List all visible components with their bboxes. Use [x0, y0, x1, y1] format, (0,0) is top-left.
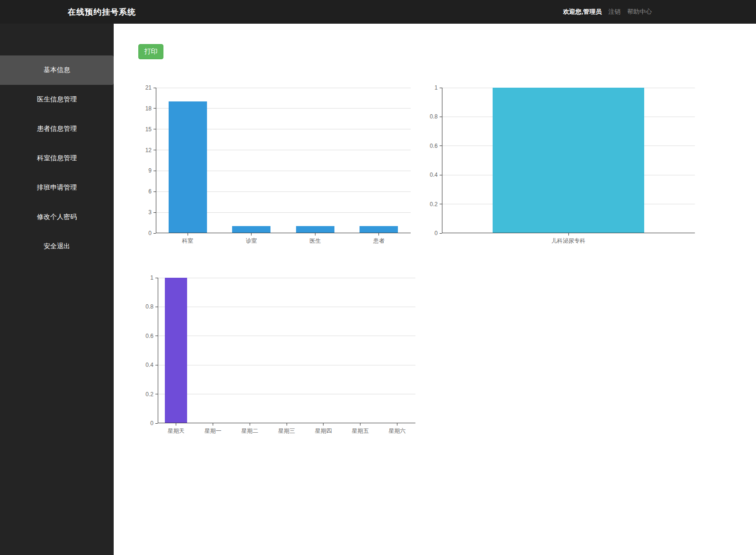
bar-科室 [169, 101, 207, 233]
y-axis-label: 1 [150, 274, 153, 281]
bar-星期天 [165, 278, 187, 423]
x-axis-line [158, 423, 415, 423]
help-center-link[interactable]: 帮助中心 [627, 8, 652, 16]
bar-诊室 [232, 226, 270, 233]
x-axis-tick [188, 233, 188, 236]
x-axis-tick [250, 423, 250, 426]
x-axis-tick [176, 423, 176, 426]
sidebar-item-6[interactable]: 安全退出 [0, 232, 114, 261]
x-axis-label: 星期三 [278, 427, 295, 435]
y-axis-line [158, 278, 158, 423]
y-axis-label: 0.2 [145, 391, 153, 398]
x-axis-label: 星期天 [168, 427, 185, 435]
y-axis-label: 0.6 [430, 143, 438, 149]
gridline [158, 336, 415, 336]
x-axis-line [156, 233, 411, 233]
chart-weekday-count: 00.20.40.60.81星期天星期一星期二星期三星期四星期五星期六 [158, 278, 415, 423]
y-axis-label: 9 [148, 167, 152, 174]
y-axis-label: 0.8 [145, 303, 153, 310]
x-axis-label: 患者 [373, 237, 385, 245]
sidebar-item-3[interactable]: 科室信息管理 [0, 144, 114, 173]
logout-link[interactable]: 注销 [608, 8, 621, 16]
x-axis-tick [360, 423, 360, 426]
y-axis-label: 12 [145, 147, 152, 154]
x-axis-label: 星期一 [205, 427, 222, 435]
x-axis-label: 星期六 [388, 427, 405, 435]
chart-entity-counts: 036912151821科室诊室医生患者 [156, 88, 411, 233]
x-axis-tick [397, 423, 397, 426]
print-button[interactable]: 打印 [138, 44, 163, 59]
y-axis-label: 0.6 [145, 333, 153, 339]
y-axis-label: 1 [434, 84, 438, 91]
x-axis-label: 诊室 [246, 237, 257, 245]
bar-儿科泌尿专科 [493, 88, 644, 233]
x-axis-tick [568, 233, 569, 236]
welcome-message: 欢迎您,管理员 [563, 8, 602, 16]
sidebar-item-1[interactable]: 医生信息管理 [0, 85, 114, 114]
y-axis-label: 0 [150, 420, 153, 427]
x-axis-tick [315, 233, 315, 236]
x-axis-tick [213, 423, 213, 426]
y-axis-label: 18 [145, 105, 152, 112]
header-user-area: 欢迎您,管理员 注销 帮助中心 [563, 0, 652, 24]
y-axis-label: 0 [434, 230, 438, 237]
x-axis-tick [251, 233, 252, 236]
gridline [156, 88, 411, 88]
chart-department-count: 00.20.40.60.81儿科泌尿专科 [442, 88, 695, 233]
x-axis-tick [323, 423, 324, 426]
x-axis-label: 星期二 [241, 427, 258, 435]
gridline [158, 365, 415, 365]
x-axis-line [442, 233, 695, 233]
main-content: 打印 036912151821科室诊室医生患者 00.20.40.60.81儿科… [114, 24, 756, 555]
sidebar-item-2[interactable]: 患者信息管理 [0, 114, 114, 144]
y-axis-label: 0 [148, 230, 152, 237]
x-axis-label: 医生 [309, 237, 321, 245]
y-axis-label: 0.2 [430, 201, 438, 208]
y-axis-line [442, 88, 442, 233]
x-axis-tick [378, 233, 379, 236]
x-axis-label: 星期四 [315, 427, 332, 435]
gridline [158, 278, 415, 278]
y-axis-label: 0.4 [430, 172, 438, 178]
gridline [158, 394, 415, 394]
sidebar-nav: 基本信息医生信息管理患者信息管理科室信息管理排班申请管理修改个人密码安全退出 [0, 24, 114, 555]
sidebar-item-5[interactable]: 修改个人密码 [0, 202, 114, 232]
x-axis-label: 科室 [182, 237, 193, 245]
y-axis-label: 15 [145, 126, 152, 133]
y-axis-label: 3 [148, 209, 152, 216]
x-axis-tick [287, 423, 287, 426]
sidebar-item-4[interactable]: 排班申请管理 [0, 173, 114, 202]
y-axis-label: 0.4 [145, 362, 153, 368]
bar-患者 [360, 226, 398, 233]
y-axis-line [156, 88, 156, 233]
y-axis-label: 0.8 [430, 113, 438, 120]
gridline [158, 307, 415, 307]
x-axis-label: 儿科泌尿专科 [551, 237, 585, 245]
y-axis-label: 21 [145, 84, 152, 91]
x-axis-label: 星期五 [351, 427, 369, 435]
y-axis-label: 6 [148, 188, 152, 195]
top-header-bar: 在线预约挂号系统 欢迎您,管理员 注销 帮助中心 [0, 0, 756, 24]
app-title: 在线预约挂号系统 [68, 7, 136, 18]
sidebar-item-0[interactable]: 基本信息 [0, 55, 114, 85]
bar-医生 [296, 226, 334, 233]
